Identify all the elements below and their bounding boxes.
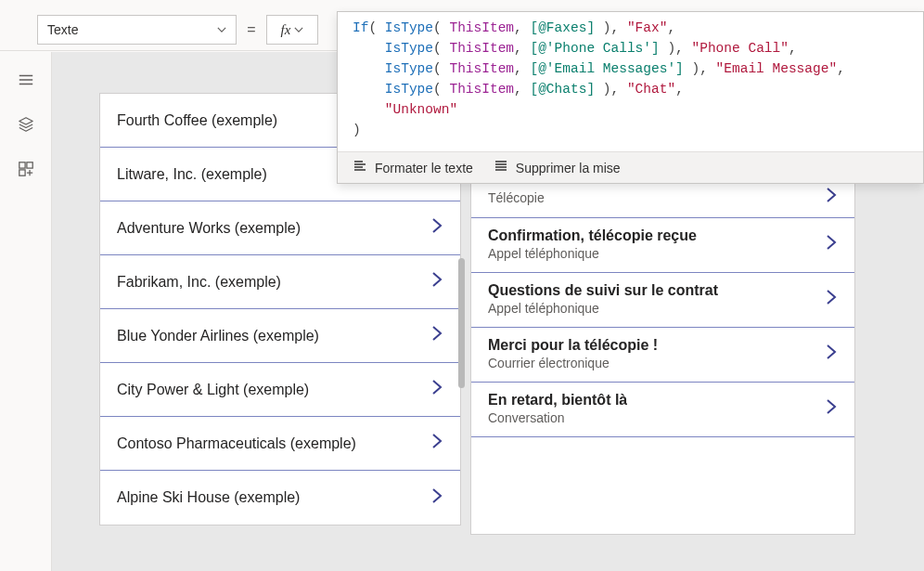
chevron-right-icon bbox=[825, 398, 838, 420]
formula-token: ThisItem bbox=[449, 61, 514, 76]
equals-label: = bbox=[237, 21, 266, 38]
activity-subtitle: Télécopie bbox=[488, 190, 545, 205]
account-name: City Power & Light (exemple) bbox=[117, 382, 309, 398]
account-row[interactable]: Adventure Works (exemple) bbox=[100, 201, 460, 255]
activity-title: Questions de suivi sur le contrat bbox=[488, 282, 718, 299]
formula-token: , bbox=[837, 61, 845, 76]
formula-token: , bbox=[789, 41, 797, 56]
formula-token: ) bbox=[353, 123, 361, 137]
account-row[interactable]: Alpine Ski House (exemple) bbox=[100, 471, 460, 525]
chevron-right-icon bbox=[825, 344, 838, 365]
activity-subtitle: Courrier électronique bbox=[488, 356, 658, 370]
remove-format-label: Supprimer la mise bbox=[516, 161, 621, 175]
formula-token: , bbox=[667, 20, 675, 35]
chevron-down-icon bbox=[217, 25, 226, 34]
formula-token: "Unknown" bbox=[385, 102, 457, 117]
formula-token: ), bbox=[595, 82, 627, 97]
formula-token: [@'Phone Calls'] bbox=[530, 41, 659, 56]
formula-token: ( bbox=[368, 20, 384, 35]
chevron-right-icon bbox=[430, 325, 443, 346]
account-row[interactable]: Blue Yonder Airlines (exemple) bbox=[100, 309, 460, 363]
formula-token: If bbox=[353, 20, 368, 35]
formula-token bbox=[353, 102, 385, 117]
property-dropdown[interactable]: Texte bbox=[37, 15, 237, 45]
formula-toolbar: Formater le texte Supprimer la mise bbox=[338, 151, 923, 183]
activity-row[interactable]: Télécopie bbox=[471, 183, 854, 218]
scrollbar-thumb[interactable] bbox=[458, 258, 465, 388]
account-row[interactable]: Contoso Pharmaceuticals (exemple) bbox=[100, 417, 460, 471]
formula-token: ThisItem bbox=[449, 82, 514, 97]
formula-token bbox=[353, 82, 385, 97]
formula-token: , bbox=[514, 41, 530, 56]
remove-format-button[interactable]: Supprimer la mise bbox=[494, 159, 621, 176]
account-row[interactable]: City Power & Light (exemple) bbox=[100, 363, 460, 417]
activity-subtitle: Appel téléphonique bbox=[488, 301, 718, 316]
formula-token: [@Faxes] bbox=[530, 20, 595, 35]
remove-format-icon bbox=[494, 159, 508, 176]
formula-token: ), bbox=[595, 20, 627, 35]
fx-label: fx bbox=[281, 22, 291, 38]
svg-rect-2 bbox=[19, 170, 24, 175]
format-text-button[interactable]: Formater le texte bbox=[353, 159, 473, 176]
property-dropdown-label: Texte bbox=[47, 22, 78, 37]
formula-token: , bbox=[514, 20, 530, 35]
formula-token: , bbox=[675, 82, 684, 97]
account-name: Fabrikam, Inc. (exemple) bbox=[117, 274, 281, 291]
formula-token: ( bbox=[433, 41, 449, 56]
format-text-icon bbox=[353, 159, 367, 176]
fx-dropdown[interactable]: fx bbox=[266, 15, 318, 45]
activity-title: Merci pour la télécopie ! bbox=[488, 337, 658, 354]
formula-token: ThisItem bbox=[449, 20, 514, 35]
formula-token: [@'Email Messages'] bbox=[530, 61, 683, 76]
account-row[interactable]: Fabrikam, Inc. (exemple) bbox=[100, 255, 460, 309]
account-name: Litware, Inc. (exemple) bbox=[117, 166, 267, 183]
formula-token bbox=[353, 61, 385, 76]
activity-subtitle: Conversation bbox=[488, 410, 627, 425]
account-name: Alpine Ski House (exemple) bbox=[117, 489, 300, 506]
activity-row[interactable]: En retard, bientôt làConversation bbox=[471, 383, 854, 437]
chevron-right-icon bbox=[430, 433, 443, 454]
formula-bar-panel: If( IsType( ThisItem, [@Faxes] ), "Fax",… bbox=[337, 11, 924, 184]
svg-rect-1 bbox=[26, 162, 32, 168]
account-name: Adventure Works (exemple) bbox=[117, 220, 301, 237]
activity-title: En retard, bientôt là bbox=[488, 392, 627, 409]
svg-rect-0 bbox=[19, 162, 24, 168]
chevron-right-icon bbox=[430, 379, 443, 400]
chevron-right-icon bbox=[430, 271, 443, 292]
chevron-right-icon bbox=[430, 487, 443, 509]
formula-token: "Chat" bbox=[627, 82, 675, 97]
formula-token: ThisItem bbox=[449, 41, 514, 56]
activity-row[interactable]: Questions de suivi sur le contratAppel t… bbox=[471, 273, 854, 328]
formula-token bbox=[353, 41, 385, 56]
account-name: Blue Yonder Airlines (exemple) bbox=[117, 328, 319, 344]
formula-token: IsType bbox=[385, 20, 433, 35]
formula-token: ( bbox=[433, 82, 449, 97]
formula-token: ), bbox=[660, 41, 692, 56]
activities-gallery: TélécopieConfirmation, télécopie reçueAp… bbox=[470, 182, 855, 535]
insert-icon[interactable] bbox=[17, 160, 35, 178]
formula-token: "Fax" bbox=[627, 20, 668, 35]
layers-icon[interactable] bbox=[17, 115, 35, 134]
formula-token: ), bbox=[684, 61, 716, 76]
formula-token: IsType bbox=[385, 61, 433, 76]
formula-token: "Phone Call" bbox=[692, 41, 789, 56]
formula-token: IsType bbox=[385, 82, 433, 97]
formula-editor[interactable]: If( IsType( ThisItem, [@Faxes] ), "Fax",… bbox=[338, 12, 923, 151]
formula-token: , bbox=[514, 61, 530, 76]
formula-token: ( bbox=[433, 61, 449, 76]
account-name: Contoso Pharmaceuticals (exemple) bbox=[117, 435, 356, 452]
chevron-down-icon bbox=[294, 25, 303, 34]
chevron-right-icon bbox=[825, 234, 838, 255]
activity-row[interactable]: Merci pour la télécopie !Courrier électr… bbox=[471, 328, 854, 383]
chevron-right-icon bbox=[430, 217, 443, 239]
left-rail bbox=[0, 52, 52, 571]
chevron-right-icon bbox=[825, 289, 838, 310]
formula-token: ( bbox=[433, 20, 449, 35]
format-text-label: Formater le texte bbox=[375, 161, 473, 175]
chevron-right-icon bbox=[825, 187, 838, 208]
hamburger-icon[interactable] bbox=[17, 71, 35, 89]
formula-token: IsType bbox=[385, 41, 433, 56]
formula-token: [@Chats] bbox=[530, 82, 595, 97]
activity-title: Confirmation, télécopie reçue bbox=[488, 227, 697, 244]
activity-row[interactable]: Confirmation, télécopie reçueAppel télép… bbox=[471, 218, 854, 273]
